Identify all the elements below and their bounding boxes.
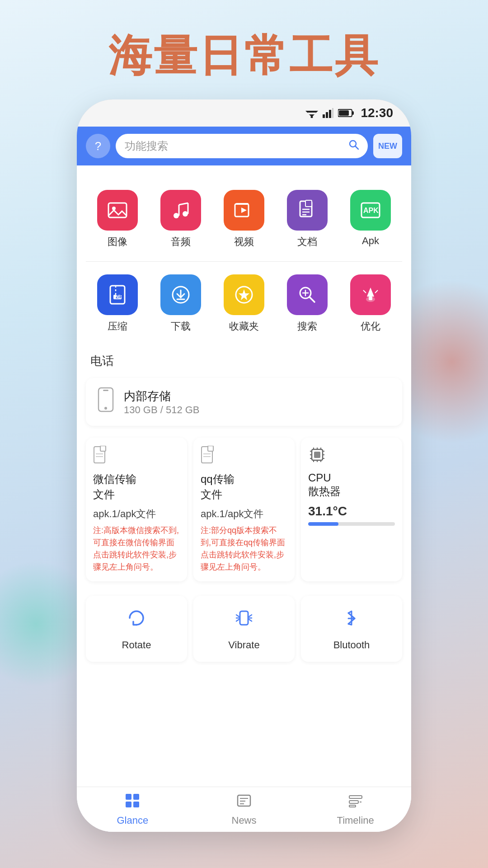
svg-marker-38 — [239, 289, 249, 300]
tool-card-rotate[interactable]: Rotate — [86, 596, 187, 662]
svg-rect-13 — [108, 203, 127, 217]
new-badge[interactable]: NEW — [373, 134, 402, 158]
tool-label-vibrate: Vibrate — [228, 639, 259, 651]
page-title: 海量日常工具 — [0, 0, 488, 104]
icon-item-image[interactable]: 图像 — [86, 184, 149, 255]
svg-rect-9 — [352, 111, 354, 115]
rotate-icon — [125, 607, 148, 634]
cpu-card[interactable]: CPU散热器 31.1°C — [301, 438, 402, 581]
status-icons — [305, 108, 354, 118]
scroll-content[interactable]: 图像 音频 — [77, 165, 411, 787]
icon-box-audio — [160, 190, 201, 231]
quick-card-wechat[interactable]: 微信传输文件 apk.1/apk文件 注:高版本微信搜索不到,可直接在微信传输界… — [86, 438, 187, 581]
svg-marker-22 — [241, 208, 247, 213]
svg-rect-24 — [305, 200, 312, 207]
icon-box-doc — [287, 190, 328, 231]
wechat-card-title: 微信传输文件 — [93, 472, 180, 502]
icon-item-favorites[interactable]: 收藏夹 — [212, 268, 276, 340]
icon-box-search — [287, 274, 328, 315]
svg-rect-83 — [133, 802, 139, 807]
bluetooth-icon — [340, 607, 363, 634]
svg-point-15 — [174, 213, 179, 218]
icon-item-download[interactable]: 下载 — [149, 268, 212, 340]
icon-item-optimize[interactable]: 优化 — [339, 268, 402, 340]
svg-line-19 — [179, 203, 188, 205]
tool-label-bluetooth: Blutooth — [333, 639, 370, 651]
cpu-icon — [308, 446, 395, 468]
tool-card-bluetooth[interactable]: Blutooth — [301, 596, 402, 662]
icon-item-apk[interactable]: APK Apk — [339, 184, 402, 255]
svg-line-76 — [236, 619, 239, 621]
storage-card[interactable]: 内部存储 130 GB / 512 GB — [86, 378, 402, 426]
svg-rect-91 — [349, 805, 356, 807]
app-screen: ? 功能搜索 NEW — [77, 127, 411, 832]
help-button[interactable]: ? — [86, 134, 110, 158]
svg-rect-81 — [133, 794, 139, 800]
nav-item-news[interactable]: News — [188, 787, 300, 832]
svg-line-46 — [363, 290, 366, 293]
icon-label-download: 下载 — [171, 320, 191, 333]
svg-rect-21 — [236, 203, 249, 205]
qq-card-note: 注:部分qq版本搜索不到,可直接在qq传输界面点击跳转此软件安装,步骤见左上角问… — [201, 524, 287, 573]
icon-item-audio[interactable]: 音频 — [149, 184, 212, 255]
wifi-icon — [305, 108, 318, 118]
svg-rect-89 — [349, 801, 358, 803]
icon-label-video: 视频 — [234, 235, 254, 249]
wechat-file-type: apk.1/apk文件 — [93, 507, 180, 521]
svg-rect-7 — [332, 108, 333, 118]
icon-box-optimize — [350, 274, 391, 315]
wechat-card-note: 注:高版本微信搜索不到,可直接在微信传输界面点击跳转此软件安装,步骤见左上角问号… — [93, 524, 180, 573]
icon-label-search: 搜索 — [297, 320, 317, 333]
qq-file-type: apk.1/apk文件 — [201, 507, 287, 521]
storage-phone-icon — [97, 387, 115, 417]
quick-cards: 微信传输文件 apk.1/apk文件 注:高版本微信搜索不到,可直接在微信传输界… — [77, 430, 411, 589]
icon-label-doc: 文档 — [297, 235, 317, 249]
tool-card-vibrate[interactable]: Vibrate — [193, 596, 295, 662]
top-bar: ? 功能搜索 NEW — [77, 127, 411, 165]
tools-row: Rotate Vibrate — [77, 589, 411, 669]
icon-item-zip[interactable]: ZIP 压缩 — [86, 268, 149, 340]
icon-item-search[interactable]: 搜索 — [276, 268, 339, 340]
nav-item-glance[interactable]: Glance — [77, 787, 188, 832]
tool-label-rotate: Rotate — [122, 639, 151, 651]
nav-item-timeline[interactable]: Timeline — [300, 787, 411, 832]
status-time: 12:30 — [361, 106, 393, 120]
icon-box-zip: ZIP — [97, 274, 138, 315]
svg-rect-45 — [369, 297, 372, 300]
icon-box-download — [160, 274, 201, 315]
search-placeholder: 功能搜索 — [125, 139, 344, 153]
qq-card-title: qq传输文件 — [201, 472, 287, 502]
nav-label-timeline: Timeline — [337, 815, 374, 826]
status-bar: 12:30 — [77, 99, 411, 127]
icon-item-doc[interactable]: 文档 — [276, 184, 339, 255]
svg-line-74 — [236, 615, 239, 617]
storage-info: 内部存储 130 GB / 512 GB — [124, 388, 200, 416]
timeline-icon — [348, 793, 363, 812]
vibrate-icon — [233, 607, 255, 634]
quick-card-qq[interactable]: qq传输文件 apk.1/apk文件 注:部分qq版本搜索不到,可直接在qq传输… — [193, 438, 295, 581]
icon-label-favorites: 收藏夹 — [229, 320, 259, 333]
icon-item-video[interactable]: 视频 — [212, 184, 276, 255]
storage-size: 130 GB / 512 GB — [124, 404, 200, 416]
search-bar[interactable]: 功能搜索 — [116, 134, 368, 158]
svg-rect-4 — [323, 114, 325, 118]
storage-name: 内部存储 — [124, 388, 200, 404]
svg-line-77 — [249, 615, 252, 617]
glance-icon — [125, 793, 140, 812]
battery-icon — [338, 108, 354, 118]
bottom-nav: Glance News — [77, 787, 411, 832]
svg-rect-82 — [126, 802, 131, 807]
wechat-file-icon — [93, 446, 180, 468]
svg-line-79 — [249, 619, 252, 621]
svg-rect-60 — [314, 452, 320, 458]
search-icon[interactable] — [349, 140, 359, 152]
svg-rect-5 — [326, 112, 328, 118]
divider-1 — [86, 261, 402, 262]
icon-box-apk: APK — [350, 190, 391, 231]
phone-shell: 12:30 ? 功能搜索 NEW — [77, 99, 411, 832]
cpu-bar — [308, 522, 395, 526]
icon-label-audio: 音频 — [171, 235, 191, 249]
cpu-title: CPU散热器 — [308, 472, 395, 499]
svg-line-12 — [355, 146, 358, 149]
svg-line-47 — [375, 290, 378, 293]
